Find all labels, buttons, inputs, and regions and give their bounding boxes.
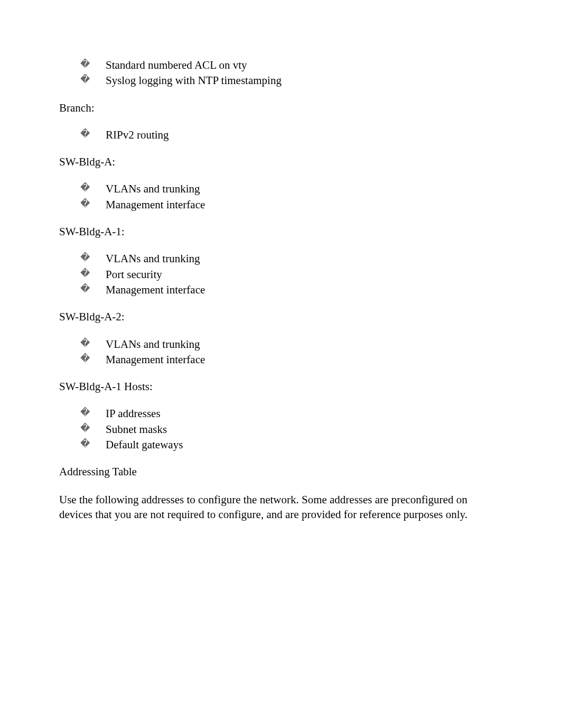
list-item-text: IP addresses	[106, 407, 502, 421]
bullet-icon: �	[80, 407, 106, 419]
bullet-icon: �	[80, 283, 106, 295]
top-list: � Standard numbered ACL on vty � Syslog …	[59, 58, 502, 88]
list-item-text: VLANs and trunking	[106, 182, 502, 196]
list-item: � Management interface	[80, 198, 502, 212]
bullet-icon: �	[80, 182, 106, 194]
section-label-sw-bldg-a: SW-Bldg-A:	[59, 155, 502, 169]
bullet-icon: �	[80, 353, 106, 365]
bullet-icon: �	[80, 128, 106, 140]
bullet-icon: �	[80, 58, 106, 70]
section-label-sw-bldg-a-1-hosts: SW-Bldg-A-1 Hosts:	[59, 380, 502, 394]
branch-list: � RIPv2 routing	[59, 128, 502, 142]
sw-bldg-a-2-list: � VLANs and trunking � Management interf…	[59, 337, 502, 367]
list-item-text: Management interface	[106, 283, 502, 297]
list-item: � RIPv2 routing	[80, 128, 502, 142]
section-label-branch: Branch:	[59, 101, 502, 115]
list-item-text: Syslog logging with NTP timestamping	[106, 73, 502, 88]
section-label-sw-bldg-a-1: SW-Bldg-A-1:	[59, 225, 502, 239]
list-item-text: Subnet masks	[106, 422, 502, 437]
list-item-text: Standard numbered ACL on vty	[106, 58, 502, 72]
list-item: � Syslog logging with NTP timestamping	[80, 73, 502, 88]
addressing-table-paragraph: Use the following addresses to configure…	[59, 492, 502, 522]
list-item: � VLANs and trunking	[80, 182, 502, 196]
list-item: � Port security	[80, 268, 502, 282]
list-item-text: Management interface	[106, 353, 502, 367]
list-item: � IP addresses	[80, 407, 502, 421]
bullet-icon: �	[80, 268, 106, 280]
sw-bldg-a-1-hosts-list: � IP addresses � Subnet masks � Default …	[59, 407, 502, 452]
list-item: � VLANs and trunking	[80, 337, 502, 352]
section-label-sw-bldg-a-2: SW-Bldg-A-2:	[59, 310, 502, 324]
bullet-icon: �	[80, 198, 106, 210]
list-item: � Management interface	[80, 353, 502, 367]
bullet-icon: �	[80, 73, 106, 86]
list-item: � Subnet masks	[80, 422, 502, 437]
list-item: � Management interface	[80, 283, 502, 297]
list-item-text: RIPv2 routing	[106, 128, 502, 142]
list-item: � Default gateways	[80, 438, 502, 452]
list-item-text: Port security	[106, 268, 502, 282]
list-item-text: Default gateways	[106, 438, 502, 452]
addressing-table-heading: Addressing Table	[59, 465, 502, 479]
bullet-icon: �	[80, 252, 106, 264]
list-item-text: VLANs and trunking	[106, 337, 502, 352]
list-item-text: Management interface	[106, 198, 502, 212]
sw-bldg-a-list: � VLANs and trunking � Management interf…	[59, 182, 502, 212]
bullet-icon: �	[80, 422, 106, 435]
sw-bldg-a-1-list: � VLANs and trunking � Port security � M…	[59, 252, 502, 297]
list-item: � VLANs and trunking	[80, 252, 502, 266]
bullet-icon: �	[80, 438, 106, 450]
list-item: � Standard numbered ACL on vty	[80, 58, 502, 72]
list-item-text: VLANs and trunking	[106, 252, 502, 266]
bullet-icon: �	[80, 337, 106, 349]
